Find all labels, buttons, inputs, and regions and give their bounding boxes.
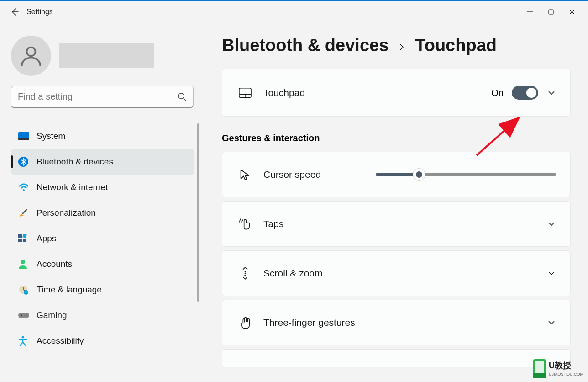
section-title: Gestures & interaction <box>222 133 571 143</box>
cursor-speed-slider[interactable] <box>376 173 556 176</box>
search-box[interactable] <box>11 86 194 108</box>
svg-rect-10 <box>23 239 26 242</box>
user-name-placeholder <box>59 43 154 68</box>
gamepad-icon <box>18 312 33 319</box>
breadcrumb-current: Touchpad <box>415 36 497 55</box>
svg-point-2 <box>178 93 184 99</box>
svg-point-15 <box>21 315 22 316</box>
svg-point-17 <box>22 336 24 339</box>
svg-rect-8 <box>22 234 26 238</box>
sidebar-item-label: Time & language <box>37 285 102 295</box>
wifi-icon <box>18 183 33 192</box>
title-bar: Settings <box>0 1 588 23</box>
avatar <box>11 36 51 76</box>
taps-card[interactable]: Taps <box>222 201 571 247</box>
svg-rect-25 <box>533 373 546 378</box>
close-button[interactable] <box>562 5 583 19</box>
svg-rect-24 <box>535 361 544 373</box>
back-button[interactable] <box>5 3 24 21</box>
sidebar-item-label: Apps <box>37 233 56 244</box>
breadcrumb: Bluetooth & devices Touchpad <box>222 36 571 55</box>
touchpad-toggle[interactable] <box>512 86 538 100</box>
sidebar-item-label: System <box>37 131 65 141</box>
three-finger-card[interactable]: Three-finger gestures <box>222 300 571 345</box>
expand-button[interactable] <box>546 318 556 328</box>
expand-button[interactable] <box>546 88 556 98</box>
svg-rect-7 <box>18 234 22 238</box>
chevron-down-icon <box>547 89 556 97</box>
nav: System Bluetooth & devices Network & int… <box>11 123 194 354</box>
sidebar-item-label: Accessibility <box>37 336 84 346</box>
sidebar-item-apps[interactable]: Apps <box>11 226 194 251</box>
sidebar-item-label: Network & internet <box>37 182 108 192</box>
watermark: U教授 UJIAOSHOU.COM <box>533 359 588 382</box>
maximize-button[interactable] <box>541 5 562 19</box>
sidebar-item-label: Bluetooth & devices <box>37 157 113 167</box>
slider-thumb[interactable] <box>413 168 425 181</box>
sidebar-item-bluetooth-devices[interactable]: Bluetooth & devices <box>11 149 194 175</box>
svg-point-1 <box>27 48 36 56</box>
svg-rect-14 <box>18 313 29 318</box>
breadcrumb-parent[interactable]: Bluetooth & devices <box>222 36 388 55</box>
accessibility-icon <box>18 336 33 346</box>
person-icon <box>18 259 33 269</box>
search-input[interactable] <box>18 91 178 102</box>
tap-icon <box>236 218 254 230</box>
svg-point-20 <box>244 272 246 274</box>
svg-rect-9 <box>18 239 22 242</box>
sidebar-item-time-language[interactable]: Time & language <box>11 277 194 302</box>
search-icon <box>178 92 187 101</box>
app-title: Settings <box>26 8 53 16</box>
clock-globe-icon <box>18 285 33 295</box>
paintbrush-icon <box>18 208 33 218</box>
sidebar-item-personalization[interactable]: Personalization <box>11 200 194 226</box>
touchpad-card: Touchpad On <box>222 69 571 117</box>
sidebar-item-accounts[interactable]: Accounts <box>11 251 194 277</box>
sidebar-item-system[interactable]: System <box>11 123 194 149</box>
touchpad-label: Touchpad <box>263 87 305 98</box>
hand-icon <box>236 316 254 329</box>
svg-rect-4 <box>18 138 29 140</box>
sidebar: System Bluetooth & devices Network & int… <box>0 23 205 382</box>
minimize-icon <box>527 9 533 15</box>
maximize-icon <box>548 9 554 15</box>
three-finger-label: Three-finger gestures <box>263 317 355 328</box>
touchpad-state: On <box>491 88 504 98</box>
chevron-down-icon <box>547 269 556 277</box>
svg-point-13 <box>24 290 28 295</box>
user-icon <box>19 43 43 68</box>
scroll-zoom-card[interactable]: Scroll & zoom <box>222 250 571 296</box>
scroll-zoom-icon <box>236 267 254 280</box>
svg-text:UJIAOSHOU.COM: UJIAOSHOU.COM <box>549 372 583 377</box>
arrow-left-icon <box>10 7 19 16</box>
user-profile[interactable] <box>11 36 194 76</box>
next-card-partial[interactable] <box>222 349 571 367</box>
cursor-speed-label: Cursor speed <box>263 169 321 180</box>
monitor-icon <box>18 132 33 140</box>
touchpad-icon <box>236 86 254 99</box>
sidebar-item-gaming[interactable]: Gaming <box>11 302 194 328</box>
expand-button[interactable] <box>546 268 556 278</box>
sidebar-scrollbar[interactable] <box>197 123 199 302</box>
chevron-down-icon <box>547 318 556 327</box>
svg-point-6 <box>23 189 25 191</box>
cursor-speed-card: Cursor speed <box>222 152 571 197</box>
svg-rect-0 <box>549 10 553 14</box>
sidebar-item-label: Gaming <box>37 310 67 320</box>
sidebar-item-label: Accounts <box>37 259 72 269</box>
sidebar-item-accessibility[interactable]: Accessibility <box>11 328 194 354</box>
close-icon <box>569 9 575 15</box>
expand-button[interactable] <box>546 219 556 229</box>
minimize-button[interactable] <box>520 5 541 19</box>
svg-point-11 <box>21 260 25 264</box>
sidebar-item-network[interactable]: Network & internet <box>11 175 194 200</box>
apps-icon <box>18 234 33 243</box>
taps-label: Taps <box>263 218 284 229</box>
chevron-right-icon <box>398 41 406 54</box>
main-content: Bluetooth & devices Touchpad Touchpad On… <box>205 23 588 382</box>
cursor-icon <box>236 168 254 181</box>
sidebar-item-label: Personalization <box>37 208 96 218</box>
bluetooth-icon <box>18 157 33 167</box>
scroll-zoom-label: Scroll & zoom <box>263 268 323 279</box>
svg-point-16 <box>26 315 27 316</box>
